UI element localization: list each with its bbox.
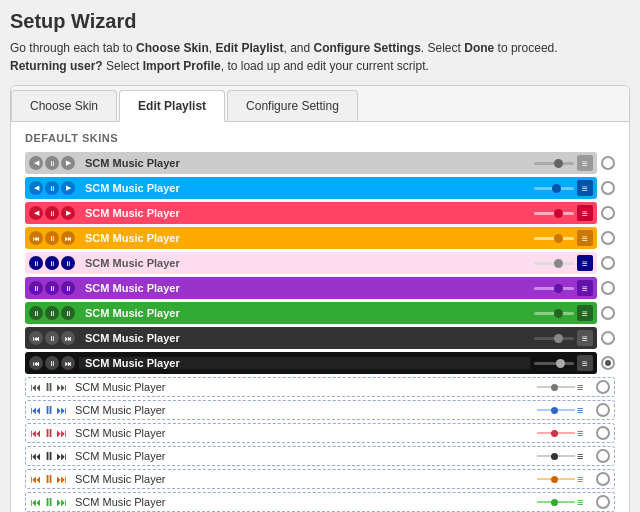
skin-radio[interactable] (601, 331, 615, 345)
skin-row: ⏮ ⏸ ⏭ SCM Music Player ≡ (25, 327, 615, 349)
next-btn: ▶ (61, 156, 75, 170)
intro-text: Go through each tab to Choose Skin, Edit… (10, 39, 630, 75)
skin-slider: ≡ (530, 180, 597, 196)
skin-controls: ⏸ ⏸ ⏸ (25, 252, 79, 274)
play-btn: ⏸ (45, 156, 59, 170)
skin-row: ⏮ ⏸ ⏭ SCM Music Player ≡ (25, 377, 615, 397)
next-btn: ⏭ (56, 404, 67, 416)
skin-row: ◀ ⏸ ▶ SCM Music Player ≡ (25, 177, 615, 199)
play-btn: ⏸ (43, 427, 54, 439)
play-btn: ⏸ (45, 256, 59, 270)
next-btn: ⏭ (56, 450, 67, 462)
skin-label: SCM Music Player (71, 404, 533, 416)
next-btn: ▶ (61, 181, 75, 195)
playlist-icon: ≡ (577, 230, 593, 246)
play-btn: ⏸ (45, 181, 59, 195)
prev-btn: ⏮ (30, 381, 41, 393)
tab-configure-setting[interactable]: Configure Setting (227, 90, 358, 121)
prev-btn: ⏮ (30, 404, 41, 416)
skin-radio[interactable] (601, 181, 615, 195)
skin-row: ◀ ⏸ ▶ SCM Music Player ≡ (25, 202, 615, 224)
skin-controls: ⏮ ⏸ ⏭ (30, 381, 67, 393)
skin-label: SCM Music Player (79, 182, 530, 194)
playlist-icon: ≡ (577, 180, 593, 196)
play-btn: ⏸ (43, 450, 54, 462)
skin-row: ⏮ ⏸ ⏭ SCM Music Player ≡ (25, 352, 615, 374)
skin-player[interactable]: ⏸ ⏸ ⏸ SCM Music Player ≡ (25, 302, 597, 324)
skin-radio[interactable] (601, 356, 615, 370)
skin-row: ⏮ ⏸ ⏭ SCM Music Player ≡ (25, 469, 615, 489)
skin-player[interactable]: ⏸ ⏸ ⏸ SCM Music Player ≡ (25, 252, 597, 274)
playlist-icon: ≡ (577, 205, 593, 221)
next-btn: ⏭ (61, 231, 75, 245)
next-btn: ⏸ (61, 281, 75, 295)
skin-controls: ⏮ ⏸ ⏭ (25, 227, 79, 249)
skin-row: ⏮ ⏸ ⏭ SCM Music Player ≡ (25, 400, 615, 420)
playlist-icon: ≡ (577, 381, 583, 393)
skin-slider: ≡ (530, 280, 597, 296)
skin-player[interactable]: ◀ ⏸ ▶ SCM Music Player ≡ (25, 202, 597, 224)
skin-slider: ≡ (537, 427, 592, 439)
playlist-icon: ≡ (577, 427, 583, 439)
skin-row: ⏮ ⏸ ⏭ SCM Music Player ≡ (25, 227, 615, 249)
tab-bar: Choose Skin Edit Playlist Configure Sett… (11, 86, 629, 122)
skin-player[interactable]: ⏮ ⏸ ⏭ SCM Music Player ≡ (25, 227, 597, 249)
skin-label: SCM Music Player (79, 332, 530, 344)
skin-label: SCM Music Player (71, 450, 533, 462)
skin-radio[interactable] (596, 380, 610, 394)
skin-radio[interactable] (596, 403, 610, 417)
skin-player[interactable]: ◀ ⏸ ▶ SCM Music Player ≡ (25, 152, 597, 174)
skin-slider: ≡ (530, 155, 597, 171)
skin-label: SCM Music Player (71, 496, 533, 508)
skin-slider: ≡ (537, 450, 592, 462)
skin-controls: ⏮ ⏸ ⏭ (30, 450, 67, 462)
skin-radio[interactable] (596, 426, 610, 440)
tab-choose-skin[interactable]: Choose Skin (11, 90, 117, 121)
prev-btn: ⏮ (30, 450, 41, 462)
skin-row: ⏸ ⏸ ⏸ SCM Music Player ≡ (25, 277, 615, 299)
next-btn: ⏭ (61, 331, 75, 345)
playlist-icon: ≡ (577, 404, 583, 416)
playlist-icon: ≡ (577, 305, 593, 321)
skin-radio[interactable] (596, 472, 610, 486)
skin-label: SCM Music Player (79, 307, 530, 319)
next-btn: ⏭ (56, 473, 67, 485)
skin-controls: ⏮ ⏸ ⏭ (30, 427, 67, 439)
next-btn: ▶ (61, 206, 75, 220)
skin-controls: ⏮ ⏸ ⏭ (30, 404, 67, 416)
play-btn: ⏸ (43, 404, 54, 416)
prev-btn: ◀ (29, 156, 43, 170)
skin-player[interactable]: ⏸ ⏸ ⏸ SCM Music Player ≡ (25, 277, 597, 299)
skin-controls: ⏮ ⏸ ⏭ (30, 473, 67, 485)
skin-player[interactable]: ⏮ ⏸ ⏭ SCM Music Player ≡ (25, 352, 597, 374)
skin-row: ⏮ ⏸ ⏭ SCM Music Player ≡ (25, 492, 615, 512)
skin-controls: ⏮ ⏸ ⏭ (30, 496, 67, 508)
skin-label: SCM Music Player (79, 157, 530, 169)
skin-radio[interactable] (596, 495, 610, 509)
tab-edit-playlist[interactable]: Edit Playlist (119, 90, 225, 122)
skin-player[interactable]: ◀ ⏸ ▶ SCM Music Player ≡ (25, 177, 597, 199)
prev-btn: ⏮ (30, 496, 41, 508)
playlist-icon: ≡ (577, 255, 593, 271)
skin-radio[interactable] (601, 231, 615, 245)
skin-radio[interactable] (601, 306, 615, 320)
skin-slider: ≡ (530, 355, 597, 371)
skin-player[interactable]: ⏮ ⏸ ⏭ SCM Music Player ≡ (25, 327, 597, 349)
skin-slider: ≡ (530, 230, 597, 246)
skin-radio[interactable] (596, 449, 610, 463)
prev-btn: ⏮ (29, 331, 43, 345)
skin-radio[interactable] (601, 206, 615, 220)
play-btn: ⏸ (43, 473, 54, 485)
skin-slider: ≡ (537, 381, 592, 393)
play-btn: ⏸ (45, 356, 59, 370)
skin-label: SCM Music Player (71, 473, 533, 485)
skin-radio[interactable] (601, 156, 615, 170)
prev-btn: ◀ (29, 181, 43, 195)
skin-label: SCM Music Player (71, 381, 533, 393)
skin-radio[interactable] (601, 256, 615, 270)
playlist-icon: ≡ (577, 496, 583, 508)
skin-controls: ⏮ ⏸ ⏭ (25, 352, 79, 374)
play-btn: ⏸ (45, 306, 59, 320)
skin-radio[interactable] (601, 281, 615, 295)
prev-btn: ⏸ (29, 306, 43, 320)
